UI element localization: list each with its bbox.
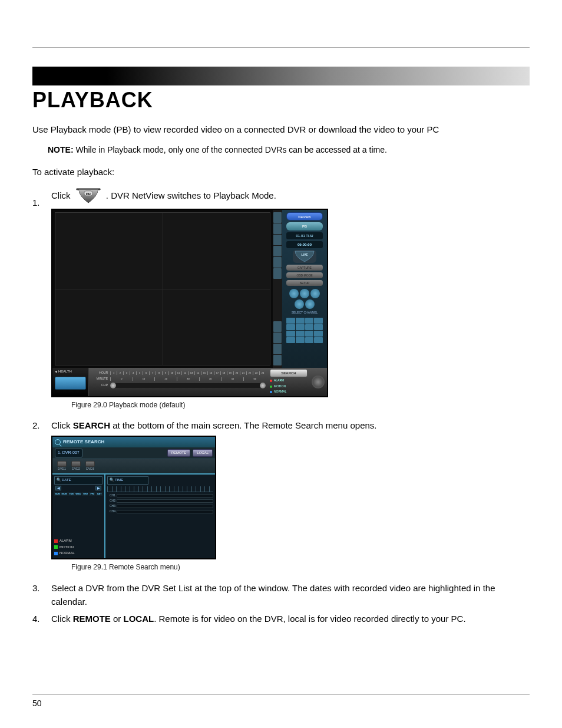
search-button[interactable]: SEARCH xyxy=(270,369,308,377)
drive-item[interactable]: DVD2 xyxy=(71,461,81,472)
play-icon[interactable] xyxy=(300,289,309,298)
channel-button[interactable] xyxy=(286,318,295,324)
health-panel: ◀ HEALTH xyxy=(52,368,89,396)
layout-option-icon[interactable] xyxy=(273,212,282,223)
video-grid-4up xyxy=(55,212,270,365)
layout-option-icon[interactable] xyxy=(273,268,282,279)
page-number: 50 xyxy=(32,699,42,708)
layout-option-icon[interactable] xyxy=(273,257,282,268)
disk-icon xyxy=(71,461,81,467)
step-4-post: . Remote is for video on the DVR, local … xyxy=(154,614,465,624)
hour-label: HOUR xyxy=(91,371,108,375)
calendar[interactable]: SUNMONTUEWEDTHUFRISAT xyxy=(54,492,103,516)
layout-option-icon[interactable] xyxy=(273,235,282,245)
stop-icon[interactable] xyxy=(295,299,304,309)
rewind-icon[interactable] xyxy=(289,289,299,298)
brand-button[interactable]: Netview xyxy=(286,212,323,220)
jog-dial[interactable] xyxy=(309,368,327,396)
intro-paragraph: Use Playback mode (PB) to view recorded … xyxy=(32,123,530,137)
activate-label: To activate playback: xyxy=(32,167,530,177)
hour-ticks[interactable]: 123456789101112131415161718192021222324 xyxy=(110,371,266,375)
channel-button[interactable] xyxy=(305,337,314,343)
channel-timeline[interactable] xyxy=(117,499,213,503)
channel-label: CH2 xyxy=(107,499,115,503)
svg-text:PB: PB xyxy=(86,192,91,195)
select-channel-label: SELECT CHANNEL xyxy=(286,311,323,315)
pb-shield-icon: PB xyxy=(75,187,101,205)
forward-icon[interactable] xyxy=(310,289,320,298)
channel-timeline[interactable] xyxy=(117,505,213,508)
disk-icon xyxy=(57,461,67,467)
setup-button[interactable]: SETUP xyxy=(286,280,323,286)
layout-option-icon[interactable] xyxy=(273,332,282,343)
channel-button[interactable] xyxy=(305,318,314,324)
channel-button[interactable] xyxy=(314,331,323,337)
live-shield-button[interactable]: LIVE xyxy=(293,250,316,263)
figure-1-caption: Figure 29.0 Playback mode (default) xyxy=(71,400,530,411)
channel-button[interactable] xyxy=(314,324,323,330)
channel-button[interactable] xyxy=(296,337,305,343)
step-4-pre: Click xyxy=(51,614,73,624)
window-titlebar: REMOTE SEARCH xyxy=(52,437,215,447)
channel-button[interactable] xyxy=(296,324,305,330)
playback-controls xyxy=(286,289,323,309)
dvr-set-dropdown[interactable]: 1. DVR-007 xyxy=(55,449,82,457)
time-ruler[interactable] xyxy=(107,486,213,492)
channel-label: CH1 xyxy=(107,493,115,498)
step-4-b2: LOCAL xyxy=(124,614,154,624)
channel-button[interactable] xyxy=(296,331,305,337)
remote-button[interactable]: REMOTE xyxy=(167,449,191,457)
normal-status-label: NORMAL xyxy=(274,390,286,394)
step-4: Click REMOTE or LOCAL. Remote is for vid… xyxy=(32,612,530,625)
next-month-button[interactable]: ▶ xyxy=(95,486,101,490)
channel-button[interactable] xyxy=(305,324,314,330)
channel-button[interactable] xyxy=(296,318,305,324)
layout-option-icon[interactable] xyxy=(273,246,282,256)
search-icon: 🔍 xyxy=(57,477,61,483)
channel-button[interactable] xyxy=(305,331,314,337)
step-4-mid: or xyxy=(111,614,124,624)
drive-item[interactable]: DVD3 xyxy=(85,461,95,472)
figure-2-caption: Figure 29.1 Remote Search menu) xyxy=(71,562,530,573)
clip-end-knob[interactable] xyxy=(260,383,266,388)
step-1-post: . DVR NetView switches to Playback Mode. xyxy=(106,190,276,200)
time-display: 09:00:00 xyxy=(286,241,323,248)
legend-motion: MOTION xyxy=(59,545,74,550)
clip-scrubber[interactable] xyxy=(110,383,266,388)
layout-option-icon[interactable] xyxy=(273,344,282,354)
channel-button[interactable] xyxy=(314,318,323,324)
step-4-b1: REMOTE xyxy=(73,614,111,624)
drive-item[interactable]: DVD1 xyxy=(57,461,67,472)
layout-option-icon[interactable] xyxy=(273,355,282,365)
channel-timeline[interactable] xyxy=(117,510,213,513)
capture-button[interactable]: CAPTURE xyxy=(286,265,323,271)
channel-button[interactable] xyxy=(286,331,295,337)
channel-button[interactable] xyxy=(286,337,295,343)
layout-option-icon[interactable] xyxy=(273,223,282,234)
alarm-status-label: ALARM xyxy=(274,378,284,383)
screenshot-remote-search: REMOTE SEARCH 1. DVR-007 REMOTE LOCAL DV… xyxy=(51,436,216,559)
step-2-bold: SEARCH xyxy=(73,420,110,430)
search-icon: 🔍 xyxy=(110,477,114,483)
time-header: TIME xyxy=(115,477,123,483)
channel-rows: CH1 CH2 CH3 CH4 xyxy=(107,493,213,514)
window-title: REMOTE SEARCH xyxy=(63,439,104,446)
layout-option-icon[interactable] xyxy=(273,321,282,332)
channel-timeline[interactable] xyxy=(117,494,213,498)
pause-icon[interactable] xyxy=(305,299,315,309)
pb-mode-button[interactable]: PB xyxy=(286,222,323,230)
channel-button[interactable] xyxy=(286,324,295,330)
local-button[interactable]: LOCAL xyxy=(193,449,213,457)
prev-month-button[interactable]: ◀ xyxy=(55,486,61,490)
channel-button[interactable] xyxy=(314,337,323,343)
clip-start-knob[interactable] xyxy=(110,383,116,388)
search-icon xyxy=(55,439,61,445)
minute-ticks[interactable]: 0102030405060 xyxy=(110,377,266,381)
health-label: HEALTH xyxy=(58,370,72,373)
time-column: 🔍TIME CH1 CH2 CH3 CH4 xyxy=(105,475,215,558)
top-rule xyxy=(32,47,530,48)
health-thumbnail[interactable] xyxy=(55,377,86,390)
osd-mode-button[interactable]: OSD MODE xyxy=(286,272,323,278)
legend-alarm: ALARM xyxy=(59,538,72,543)
legend-normal: NORMAL xyxy=(59,551,75,556)
